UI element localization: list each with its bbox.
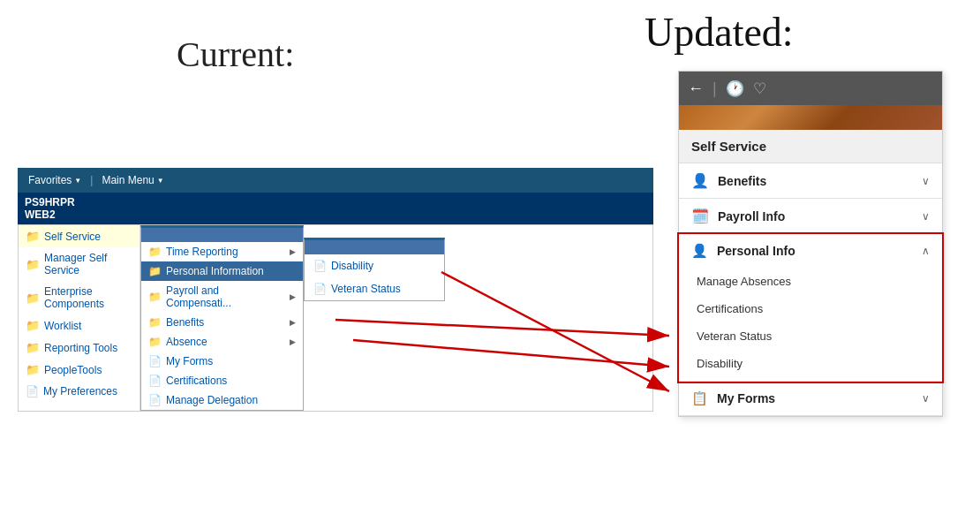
dropdown-1: 📁 Time Reporting ▶ 📁 Personal Informatio… [140,225,304,411]
sidebar-item-worklist[interactable]: 📁 Worklist [19,314,139,337]
sidebar-item-self-service[interactable]: 📁 Self Service [19,225,139,247]
folder-icon: 📁 [26,341,40,354]
benefits-label: Benefits [718,174,766,188]
benefits-icon: 👤 [691,172,709,189]
ps-header: PS9HRPRWEB2 [18,193,653,224]
sidebar-item-my-preferences[interactable]: 📄 My Preferences [19,381,139,402]
folder-icon: 📁 [26,319,40,332]
nav-item-payroll-header[interactable]: 🗓️ Payroll Info ∨ [679,199,942,233]
sidebar-item-enterprise[interactable]: 📁 Enterprise Components [19,281,139,314]
person-icon: 👤 [691,243,708,259]
folder-icon: 📁 [26,292,40,305]
nav-item-my-forms[interactable]: 📋 My Forms ∨ [679,382,942,416]
doc-icon: 📄 [148,394,162,406]
nav-item-my-forms-header[interactable]: 📋 My Forms ∨ [679,382,942,415]
sub-item-certifications[interactable]: Certifications [679,295,942,322]
top-nav-bar: Favorites ▼ | Main Menu ▼ [18,168,653,193]
doc-icon: 📄 [313,260,327,272]
ps-logo: PS9HRPRWEB2 [25,196,75,222]
doc-icon: 📄 [148,375,162,387]
new-top-bar: ← | 🕐 ♡ [679,72,942,105]
nav-item-benefits[interactable]: 👤 Benefits ∨ [679,163,942,199]
favorites-button[interactable]: Favorites ▼ [21,174,88,186]
nav-item-personal-header[interactable]: 👤 Personal Info ∧ [679,234,942,268]
dropdown-2-header [305,240,444,254]
dropdown-item-certifications[interactable]: 📄 Certifications [141,371,303,390]
back-button[interactable]: ← [688,80,704,98]
personal-info-sub-items: Manage Absences Certifications Veteran S… [679,268,942,381]
dropdown-2-item-veteran-status[interactable]: 📄 Veteran Status [305,277,444,300]
sub-item-veteran-status[interactable]: Veteran Status [679,322,942,350]
new-ui-container: ← | 🕐 ♡ Self Service 👤 Benefits ∨ 🗓️ Pay… [678,71,943,417]
folder-icon: 📁 [148,336,162,348]
dropdown-2-item-disability[interactable]: 📄 Disability [305,254,444,277]
sidebar-item-manager-self-service[interactable]: 📁 Manager Self Service [19,247,139,281]
heart-icon[interactable]: ♡ [753,80,766,98]
dropdown-2: 📄 Disability 📄 Veteran Status [304,238,445,301]
main-menu-button[interactable]: Main Menu ▼ [94,174,170,186]
updated-label: Updated: [645,9,794,56]
dropdown-item-absence[interactable]: 📁 Absence ▶ [141,332,303,352]
payroll-icon: 🗓️ [691,208,709,224]
nav-item-payroll-info[interactable]: 🗓️ Payroll Info ∨ [679,199,942,234]
dropdown-item-my-forms[interactable]: 📄 My Forms [141,352,303,371]
section-title: Self Service [679,130,942,163]
sub-item-manage-absences[interactable]: Manage Absences [679,268,942,295]
my-forms-icon: 📋 [691,390,708,406]
my-forms-chevron: ∨ [922,392,930,405]
sidebar: 📁 Self Service 📁 Manager Self Service 📁 … [19,225,140,411]
folder-icon: 📁 [26,363,40,376]
dropdown-item-personal-info[interactable]: 📁 Personal Information [141,261,303,281]
personal-info-label: Personal Info [717,244,795,258]
benefits-chevron: ∨ [922,175,930,187]
payroll-chevron: ∨ [922,210,930,223]
nav-item-benefits-header[interactable]: 👤 Benefits ∨ [679,163,942,198]
folder-icon: 📁 [26,258,40,271]
old-ui-container: Favorites ▼ | Main Menu ▼ PS9HRPRWEB2 📁 … [18,168,653,412]
dropdown-item-manage-delegation[interactable]: 📄 Manage Delegation [141,390,303,410]
header-image [679,105,942,130]
vertical-divider: | [712,80,717,98]
payroll-label: Payroll Info [718,209,785,223]
nav-divider: | [90,174,93,186]
menu-body: 📁 Self Service 📁 Manager Self Service 📁 … [18,224,653,412]
sub-item-disability[interactable]: Disability [679,350,942,377]
doc-icon: 📄 [26,385,39,398]
current-label: Current: [177,34,294,75]
folder-icon: 📁 [148,316,162,329]
doc-icon: 📄 [148,355,162,367]
sidebar-item-people-tools[interactable]: 📁 PeopleTools [19,359,139,381]
personal-info-chevron: ∧ [922,245,930,257]
dropdown-item-time-reporting[interactable]: 📁 Time Reporting ▶ [141,242,303,261]
folder-icon: 📁 [148,265,162,277]
clock-icon[interactable]: 🕐 [726,80,744,98]
doc-icon: 📄 [313,283,327,295]
sidebar-item-reporting-tools[interactable]: 📁 Reporting Tools [19,337,139,359]
folder-icon: 📁 [148,246,162,258]
my-forms-label: My Forms [717,391,775,405]
dropdown-1-header [141,228,303,242]
folder-icon: 📁 [26,230,40,243]
folder-icon: 📁 [148,291,162,303]
dropdown-item-payroll[interactable]: 📁 Payroll and Compensati... ▶ [141,281,303,313]
nav-item-personal-info[interactable]: 👤 Personal Info ∧ Manage Absences Certif… [679,234,942,382]
dropdown-item-benefits[interactable]: 📁 Benefits ▶ [141,313,303,332]
